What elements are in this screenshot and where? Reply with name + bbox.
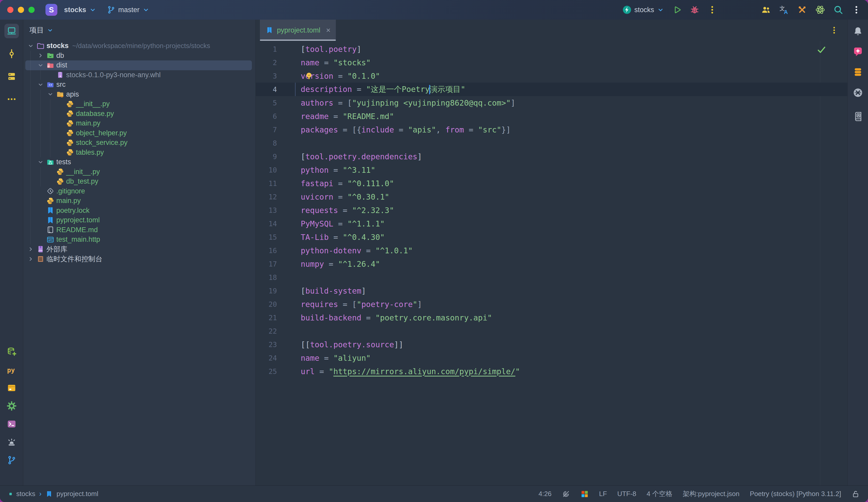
tree-item-object_helper.py[interactable]: object_helper.py (25, 128, 252, 138)
debug-icon[interactable] (690, 5, 700, 15)
status-indent-style[interactable]: 4 个空格 (647, 489, 672, 499)
stripe-button-services[interactable] (4, 399, 19, 413)
stripe-button-dictionary[interactable] (851, 109, 865, 124)
stripe-button-commit[interactable] (4, 46, 19, 61)
status-file-encoding[interactable]: UTF-8 (617, 490, 636, 498)
code-with-me-icon[interactable] (761, 5, 771, 15)
tools-icon[interactable] (797, 5, 807, 15)
stripe-button-problems[interactable] (4, 435, 19, 449)
close-window-button[interactable] (7, 7, 13, 13)
line-number[interactable]: 22 (256, 327, 301, 335)
code-line-2[interactable]: 2name = "stocks" (256, 56, 847, 69)
breadcrumb-project[interactable]: stocks (16, 490, 35, 498)
chevron-down-icon[interactable] (36, 80, 45, 89)
tree-item-db_test.py[interactable]: db_test.py (25, 177, 252, 187)
tree-item-test_main.http[interactable]: APItest_main.http (25, 235, 252, 244)
code-line-11[interactable]: 11fastapi = "^0.111.0" (256, 177, 847, 190)
code-line-4[interactable]: 4description = "这是一个Poetry演示项目" (256, 83, 847, 96)
tree-item-main.py[interactable]: main.py (25, 118, 252, 128)
status-write-access[interactable] (851, 490, 860, 498)
tree-item-tests[interactable]: tests (25, 157, 252, 167)
code-line-23[interactable]: 23[[tool.poetry.source]] (256, 338, 847, 351)
tree-item-poetry.lock[interactable]: poetry.lock (25, 206, 252, 216)
chevron-down-icon[interactable] (45, 90, 55, 98)
stripe-button-packages[interactable] (4, 381, 19, 395)
chevron-right-icon[interactable] (26, 255, 36, 263)
code-line-12[interactable]: 12uvicorn = "^0.30.1" (256, 190, 847, 203)
new-ui-icon[interactable] (815, 5, 825, 15)
translate-icon[interactable]: 文A (779, 5, 789, 15)
tree-item-src[interactable]: src (25, 80, 252, 90)
line-number[interactable]: 8 (256, 139, 301, 147)
status-reader-mode[interactable] (562, 490, 570, 498)
line-number[interactable]: 3 (256, 72, 301, 80)
line-number[interactable]: 13 (256, 206, 301, 214)
tree-item-stocks-0.1.0-py3-none-any.whl[interactable]: stocks-0.1.0-py3-none-any.whl (25, 70, 252, 80)
line-number[interactable]: 1 (256, 45, 301, 53)
line-number[interactable]: 2 (256, 59, 301, 67)
tree-item-.gitignore[interactable]: .gitignore (25, 187, 252, 196)
line-number[interactable]: 15 (256, 233, 301, 241)
stripe-button-terminal[interactable] (4, 417, 19, 431)
run-icon[interactable] (672, 5, 682, 15)
breadcrumb-file[interactable]: pyproject.toml (56, 490, 99, 498)
line-number[interactable]: 18 (256, 273, 301, 282)
line-number[interactable]: 23 (256, 341, 301, 348)
stripe-button-version-control[interactable] (4, 453, 19, 468)
branch-widget[interactable]: master (106, 5, 150, 14)
line-number[interactable]: 16 (256, 247, 301, 255)
tree-item-main.py[interactable]: main.py (25, 196, 252, 206)
tree-item-tables.py[interactable]: tables.py (25, 148, 252, 158)
chevron-down-icon[interactable] (26, 42, 36, 50)
stripe-button-x-plugin[interactable] (851, 85, 865, 100)
project-panel-header[interactable]: 项目 (23, 20, 256, 41)
status-ms-plugin[interactable] (580, 490, 589, 498)
intention-bulb-icon[interactable] (304, 71, 313, 81)
stripe-button-ai-assistant[interactable] (851, 44, 865, 59)
status-python-interpreter[interactable]: Poetry (stocks) [Python 3.11.2] (750, 490, 841, 498)
chevron-right-icon[interactable] (36, 51, 45, 60)
code-line-22[interactable]: 22 (256, 324, 847, 338)
line-number[interactable]: 20 (256, 300, 301, 308)
close-tab-icon[interactable]: × (326, 26, 331, 34)
tab-options-icon[interactable] (830, 26, 838, 34)
run-config-widget[interactable]: stocks (622, 5, 664, 14)
line-number[interactable]: 25 (256, 367, 301, 375)
code-line-25[interactable]: 25url = "https://mirrors.aliyun.com/pypi… (256, 365, 847, 378)
line-number[interactable]: 21 (256, 314, 301, 322)
tree-item-stock_service.py[interactable]: stock_service.py (25, 138, 252, 148)
line-number[interactable]: 19 (256, 287, 301, 295)
tree-item-__init__.py[interactable]: __init__.py (25, 167, 252, 177)
stripe-button-project-view[interactable] (4, 24, 19, 38)
tree-item-stocks[interactable]: stocks~/data/workspace/mine/python-proje… (25, 41, 252, 51)
status-caret-position[interactable]: 4:26 (538, 490, 551, 498)
stripe-button-database[interactable] (851, 65, 865, 79)
stripe-button-new-datasource[interactable] (4, 344, 19, 359)
code-line-15[interactable]: 15TA-Lib = "^0.4.30" (256, 230, 847, 244)
tree-item-dist[interactable]: dist (25, 61, 252, 70)
tab-pyproject-toml[interactable]: pyproject.toml × (260, 20, 336, 41)
chevron-down-icon[interactable] (36, 61, 45, 70)
chevron-down-icon[interactable] (36, 158, 45, 167)
line-number[interactable]: 10 (256, 166, 301, 174)
tree-item-db[interactable]: db (25, 51, 252, 61)
code-line-1[interactable]: 1[tool.poetry] (256, 42, 847, 56)
stripe-button-more-toolwindows[interactable] (4, 92, 19, 106)
code-line-8[interactable]: 8 (256, 136, 847, 150)
tree-item-pyproject.toml[interactable]: pyproject.toml (25, 216, 252, 225)
code-line-7[interactable]: 7packages = [{include = "apis", from = "… (256, 123, 847, 136)
minimize-window-button[interactable] (18, 7, 24, 13)
code-line-10[interactable]: 10python = "^3.11" (256, 163, 847, 177)
line-number[interactable]: 12 (256, 193, 301, 201)
code-line-21[interactable]: 21build-backend = "poetry.core.masonry.a… (256, 311, 847, 324)
status-json-schema[interactable]: 架构:pyproject.json (683, 489, 740, 499)
tree-item-外部库[interactable]: 外部库 (25, 244, 252, 254)
code-line-6[interactable]: 6readme = "README.md" (256, 109, 847, 123)
code-line-5[interactable]: 5authors = ["yujinping <yujinping8620@qq… (256, 96, 847, 109)
line-number[interactable]: 9 (256, 153, 301, 160)
more-run-icon[interactable] (707, 5, 717, 15)
line-number[interactable]: 4 (256, 85, 301, 94)
tree-item-临时文件和控制台[interactable]: 临时文件和控制台 (25, 254, 252, 264)
status-line-separator[interactable]: LF (599, 490, 607, 498)
code-line-18[interactable]: 18 (256, 271, 847, 284)
